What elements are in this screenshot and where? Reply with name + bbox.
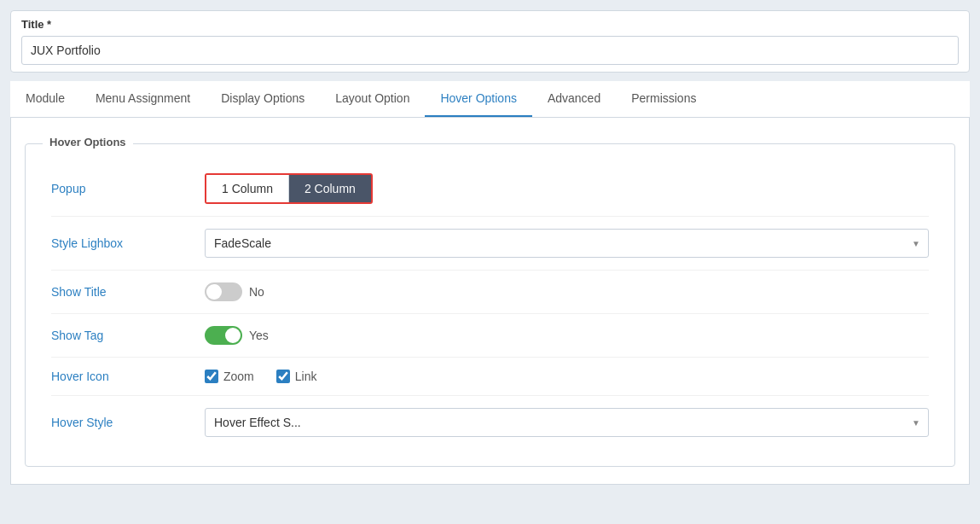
popup-btn-group: 1 Column 2 Column [205,173,373,204]
style-lightbox-row: Style Lighbox FadeScale Fade Scale None [51,217,929,271]
hover-icon-label: Hover Icon [51,370,205,383]
hover-options-section: Hover Options Popup 1 Column 2 Column St… [25,143,955,467]
style-lightbox-control: FadeScale Fade Scale None [205,229,929,258]
title-input[interactable] [21,36,959,65]
hover-style-control: Hover Effect S... [205,408,929,437]
hover-icon-control: Zoom Link [205,370,929,383]
hover-style-select[interactable]: Hover Effect S... [205,408,929,437]
main-content: Hover Options Popup 1 Column 2 Column St… [10,118,970,485]
hover-style-label: Hover Style [51,416,205,429]
tab-menu-assignment[interactable]: Menu Assignment [80,81,206,117]
show-title-label: Show Title [51,285,205,299]
section-title: Hover Options [43,136,133,148]
show-tag-value: Yes [249,329,269,342]
hover-icon-zoom: Zoom [205,370,254,383]
title-label: Title * [21,18,959,31]
link-label: Link [295,370,317,383]
zoom-label: Zoom [223,370,254,383]
tab-module[interactable]: Module [10,81,80,117]
show-title-slider [205,282,242,301]
show-title-row: Show Title No [51,271,929,314]
show-tag-toggle[interactable] [205,326,242,345]
show-tag-toggle-wrap: Yes [205,326,269,345]
show-tag-slider [205,326,242,345]
show-title-value: No [249,285,264,299]
popup-btn-group-inner: 1 Column 2 Column [206,175,371,202]
popup-label: Popup [51,182,205,195]
hover-style-select-wrapper: Hover Effect S... [205,408,929,437]
tab-layout-option[interactable]: Layout Option [320,81,425,117]
style-lightbox-select[interactable]: FadeScale Fade Scale None [205,229,929,258]
style-lightbox-label: Style Lighbox [51,236,205,250]
tab-advanced[interactable]: Advanced [532,81,616,117]
tab-permissions[interactable]: Permissions [616,81,711,117]
popup-control: 1 Column 2 Column [205,173,929,204]
tabs-bar: Module Menu Assignment Display Options L… [10,81,970,118]
hover-icon-row: Hover Icon Zoom Link [51,358,929,396]
link-checkbox[interactable] [276,370,290,383]
page-wrapper: Title * Module Menu Assignment Display O… [0,0,980,524]
style-lightbox-select-wrapper: FadeScale Fade Scale None [205,229,929,258]
show-title-toggle[interactable] [205,282,242,301]
zoom-checkbox[interactable] [205,370,218,383]
title-section: Title * [10,10,970,73]
show-title-control: No [205,282,929,301]
tab-hover-options[interactable]: Hover Options [425,81,531,117]
show-tag-row: Show Tag Yes [51,314,929,358]
hover-style-row: Hover Style Hover Effect S... [51,396,929,449]
show-tag-control: Yes [205,326,929,345]
show-tag-label: Show Tag [51,329,205,342]
popup-row: Popup 1 Column 2 Column [51,161,929,217]
popup-2col-button[interactable]: 2 Column [289,175,371,202]
show-title-toggle-wrap: No [205,282,264,301]
tab-display-options[interactable]: Display Options [206,81,320,117]
popup-1col-button[interactable]: 1 Column [206,175,289,202]
hover-icon-link: Link [276,370,317,383]
